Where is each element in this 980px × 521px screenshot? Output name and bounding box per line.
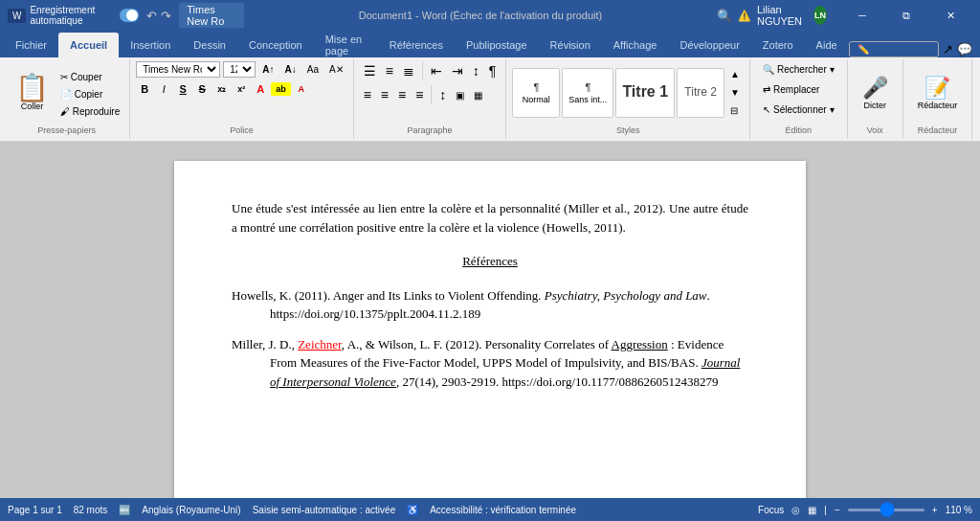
multilevel-button[interactable]: ≣ — [399, 61, 418, 80]
indent-button[interactable]: ⇥ — [448, 61, 467, 80]
subscript-button[interactable]: x₂ — [212, 82, 231, 96]
clear-format-button[interactable]: A✕ — [325, 62, 347, 77]
main-paragraph: Une étude s'est intéressée au lien entre… — [232, 199, 748, 237]
tab-aide[interactable]: Aide — [805, 33, 849, 57]
redacteur-button[interactable]: 📝 Rédacteur — [909, 71, 967, 115]
couper-button[interactable]: ✂ Couper — [56, 70, 123, 84]
underline-button[interactable]: S — [174, 81, 191, 97]
tab-developpeur[interactable]: Développeur — [668, 33, 750, 57]
reproduire-button[interactable]: 🖌 Reproduire — [56, 104, 123, 119]
styles-up-button[interactable]: ▲ — [726, 67, 744, 81]
tab-zotero[interactable]: Zotero — [751, 33, 805, 57]
line-spacing-button[interactable]: ↕ — [435, 85, 450, 104]
focus-label[interactable]: Focus — [758, 505, 784, 515]
tab-accueil[interactable]: Accueil — [58, 33, 119, 57]
tab-references[interactable]: Références — [378, 33, 455, 57]
sort-button[interactable]: ↕ — [469, 61, 483, 80]
restore-button[interactable]: ⧉ — [884, 0, 928, 31]
status-bar: Page 1 sur 1 82 mots 🔤 Anglais (Royaume-… — [0, 498, 980, 521]
case-button[interactable]: Aa — [303, 62, 323, 77]
justify-button[interactable]: ≡ — [412, 85, 427, 104]
strikethrough-button[interactable]: S — [193, 81, 211, 97]
italic-button[interactable]: I — [155, 81, 172, 97]
bullets-button[interactable]: ☰ — [360, 61, 380, 80]
word-logo: W — [8, 9, 26, 23]
outdent-button[interactable]: ⇤ — [427, 61, 446, 80]
accessibility-status: Accessibilité : vérification terminée — [430, 505, 576, 515]
redacteur-label: Rédacteur — [909, 125, 967, 137]
bold-button[interactable]: B — [136, 81, 153, 97]
autosave-toggle[interactable] — [120, 9, 139, 22]
align-right-button[interactable]: ≡ — [394, 85, 410, 104]
chevron-selectionner: ▾ — [830, 104, 835, 115]
zoom-level[interactable]: 110 % — [946, 505, 972, 515]
style-titre1[interactable]: Titre 1 — [615, 68, 675, 118]
group-edition: 🔍 Rechercher ▾ ⇄ Remplacer ↖ Sélectionne… — [750, 59, 848, 139]
presse-papiers-content: 📋 Coller ✂ Couper 📄 Copier 🖌 Reproduire — [10, 61, 123, 124]
tab-revision[interactable]: Révision — [539, 33, 602, 57]
tab-insertion[interactable]: Insertion — [119, 33, 182, 57]
superscript-button[interactable]: x² — [233, 82, 250, 96]
rechercher-button[interactable]: 🔍 Rechercher ▾ — [756, 61, 841, 78]
increase-font-button[interactable]: A↑ — [258, 62, 278, 77]
user-avatar[interactable]: LN — [813, 6, 827, 25]
font-color-button[interactable]: A — [252, 81, 269, 97]
zoom-out-icon[interactable]: − — [835, 505, 840, 515]
align-center-button[interactable]: ≡ — [377, 85, 392, 104]
autosave-text: Enregistrement automatique — [30, 5, 116, 26]
font-size-select[interactable]: 12 — [223, 61, 256, 78]
copier-button[interactable]: 📄 Copier — [56, 87, 123, 102]
accessibility-icon: ♿ — [407, 505, 418, 515]
style-sans-int[interactable]: ¶ Sans int... — [562, 68, 613, 118]
tab-dessin[interactable]: Dessin — [182, 33, 237, 57]
redo-icon[interactable]: ↷ — [161, 9, 171, 23]
show-marks-button[interactable]: ¶ — [485, 61, 501, 80]
group-paragraphe: ☰ ≡ ≣ ⇤ ⇥ ↕ ¶ ≡ ≡ ≡ ≡ ↕ ▣ ▦ Paragraphe — [354, 59, 507, 139]
minimize-button[interactable]: ─ — [840, 0, 884, 31]
style-titre2-preview: Titre 2 — [684, 85, 717, 99]
decrease-font-button[interactable]: A↓ — [281, 62, 301, 77]
selectionner-button[interactable]: ↖ Sélectionner ▾ — [756, 102, 841, 118]
group-reutiliser: 📂 Réutiliser des fichiers Réutiliser des… — [972, 59, 980, 139]
numbered-button[interactable]: ≡ — [382, 61, 397, 80]
align-left-button[interactable]: ≡ — [360, 85, 375, 104]
search-icon[interactable]: 🔍 — [717, 9, 732, 23]
font-family-select[interactable]: Times New Ro — [136, 61, 220, 78]
remplacer-button[interactable]: ⇄ Remplacer — [756, 81, 826, 98]
shading-button[interactable]: ▣ — [452, 85, 468, 104]
zoom-slider[interactable] — [848, 509, 924, 511]
modification-button[interactable]: ✏️ Modification ▾ — [849, 41, 939, 57]
highlight-button[interactable]: ab — [271, 82, 291, 96]
ribbon-toolbar: 📋 Coller ✂ Couper 📄 Copier 🖌 Reproduire … — [0, 57, 980, 142]
para-separator — [422, 61, 423, 80]
document-page[interactable]: Une étude s'est intéressée au lien entre… — [174, 161, 806, 498]
share-icon[interactable]: ↗ — [943, 42, 953, 57]
font-family-display[interactable]: Times New Ro — [179, 3, 244, 28]
references-heading: Références — [232, 252, 748, 271]
dicter-button[interactable]: 🎤 Dicter — [854, 71, 897, 115]
close-button[interactable]: ✕ — [928, 0, 972, 31]
style-normal[interactable]: ¶ Normal — [512, 68, 560, 118]
tab-fichier[interactable]: Fichier — [4, 33, 58, 57]
borders-button[interactable]: ▦ — [470, 85, 486, 104]
tab-mise-en-page[interactable]: Mise en page — [314, 33, 378, 57]
styles-down-button[interactable]: ▼ — [726, 85, 744, 100]
para-row1: ☰ ≡ ≣ ⇤ ⇥ ↕ ¶ — [360, 61, 501, 80]
style-titre2[interactable]: Titre 2 — [677, 68, 724, 118]
comments-icon[interactable]: 💬 — [957, 42, 972, 57]
styles-more-button[interactable]: ⊟ — [726, 103, 744, 118]
tab-conception[interactable]: Conception — [237, 33, 314, 57]
autocorrect-status: Saisie semi-automatique : activée — [253, 505, 396, 515]
focus-icon[interactable]: ◎ — [791, 505, 800, 515]
zeichner-name: Zeichner — [298, 337, 342, 351]
text-color-button[interactable]: A — [293, 82, 310, 96]
language-label: Anglais (Royaume-Uni) — [142, 505, 240, 515]
undo-icon[interactable]: ↶ — [146, 9, 157, 23]
tab-affichage[interactable]: Affichage — [602, 33, 669, 57]
styles-content: ¶ Normal ¶ Sans int... Titre 1 Titre 2 ▲… — [512, 61, 744, 124]
coller-button[interactable]: 📋 Coller — [10, 73, 55, 113]
style-titre1-preview: Titre 1 — [622, 83, 668, 101]
group-voix: 🎤 Dicter Voix — [848, 59, 903, 139]
zoom-in-icon[interactable]: + — [932, 505, 938, 515]
tab-publipostage[interactable]: Publipostage — [455, 33, 539, 57]
